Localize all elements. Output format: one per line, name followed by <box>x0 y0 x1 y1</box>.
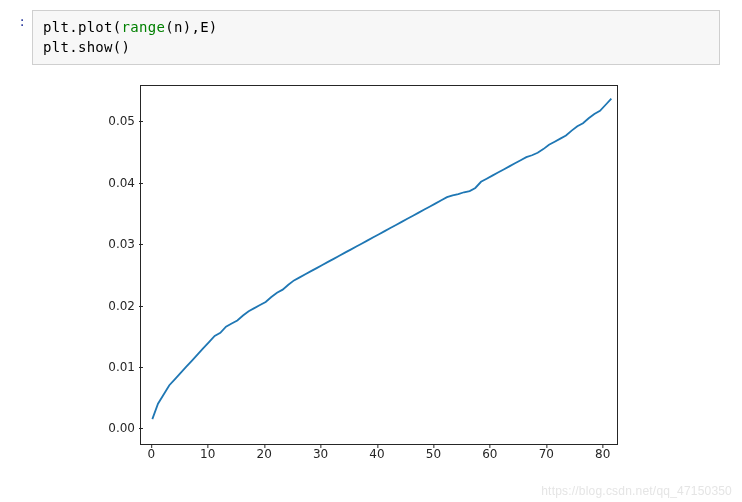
x-tick-label: 0 <box>147 447 155 461</box>
notebook-cell: : plt.plot(range(n),E) plt.show() <box>0 0 742 65</box>
page-root: : plt.plot(range(n),E) plt.show() 0.000.… <box>0 0 742 502</box>
axes-frame <box>140 85 618 445</box>
code-token-keyword: range <box>122 19 166 35</box>
x-tick-label: 60 <box>482 447 497 461</box>
x-tick-label: 50 <box>426 447 441 461</box>
input-prompt: : <box>4 6 26 29</box>
code-token: plt.show() <box>43 39 130 55</box>
x-tick-label: 30 <box>313 447 328 461</box>
x-tick-label: 40 <box>369 447 384 461</box>
plot-output: 0.000.010.020.030.040.050102030405060708… <box>80 75 640 495</box>
y-tick-label: 0.03 <box>80 237 135 251</box>
y-tick-label: 0.04 <box>80 176 135 190</box>
code-input[interactable]: plt.plot(range(n),E) plt.show() <box>32 10 720 65</box>
watermark-text: https://blog.csdn.net/qq_47150350 <box>541 484 732 498</box>
line-series <box>152 98 611 419</box>
x-tick-label: 70 <box>539 447 554 461</box>
y-tick-label: 0.01 <box>80 360 135 374</box>
x-tick-label: 10 <box>200 447 215 461</box>
x-tick-label: 20 <box>257 447 272 461</box>
code-token: (n),E) <box>165 19 217 35</box>
line-plot-svg <box>141 86 617 444</box>
code-token: plt.plot( <box>43 19 122 35</box>
y-tick-label: 0.00 <box>80 421 135 435</box>
x-tick-label: 80 <box>595 447 610 461</box>
y-tick-label: 0.05 <box>80 114 135 128</box>
y-tick-label: 0.02 <box>80 299 135 313</box>
